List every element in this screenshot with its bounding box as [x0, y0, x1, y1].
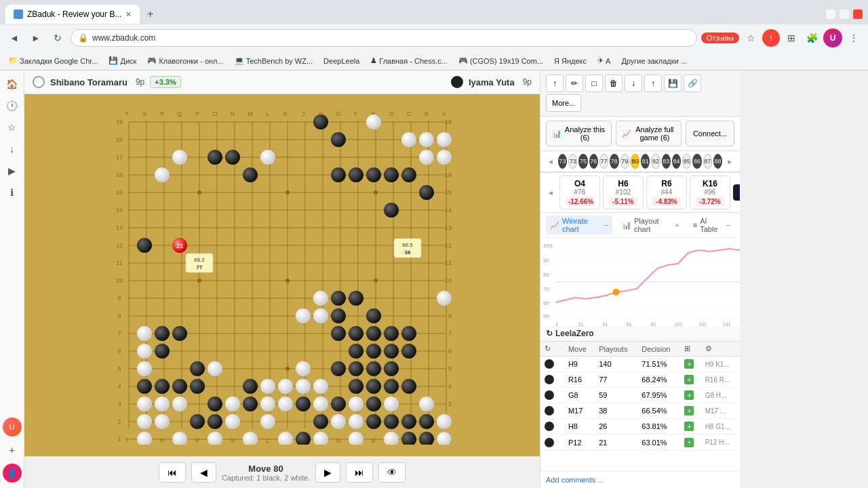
stone-R3[interactable] — [155, 396, 170, 411]
stone-C7[interactable] — [401, 326, 416, 341]
stone-H2[interactable] — [313, 414, 328, 429]
stone-S12[interactable] — [137, 238, 152, 253]
stone-E16[interactable] — [366, 167, 381, 182]
timeline-move-73a[interactable]: 73 — [558, 154, 567, 169]
stone-O2[interactable] — [208, 414, 222, 429]
stone-M16[interactable] — [243, 167, 258, 182]
stone-G7[interactable] — [331, 326, 346, 341]
bad-move-O4[interactable]: O4 #76 -12.66% — [559, 176, 600, 209]
ai-row-2[interactable]: G8 59 67.95% + G8 H... — [540, 388, 740, 403]
stone-S5[interactable] — [137, 361, 152, 376]
go-board-svg[interactable]: T S R Q P O N M L K J H G F E D C — [113, 106, 452, 445]
stone-Q17[interactable] — [172, 150, 187, 165]
col-playouts[interactable]: Playouts — [595, 342, 637, 357]
bookmark-2[interactable]: 💾 Диск — [106, 55, 139, 66]
stone-F5[interactable] — [349, 361, 363, 376]
sidebar-add-icon[interactable]: + — [4, 442, 20, 458]
stone-A9[interactable] — [437, 291, 452, 306]
stone-D16[interactable] — [384, 167, 399, 182]
tool-trash[interactable]: 🗑 — [605, 75, 623, 92]
ai-row-5[interactable]: P12 21 63.01% + P12 H... — [540, 434, 740, 450]
stone-R7[interactable] — [155, 326, 170, 341]
stone-E19[interactable] — [366, 115, 381, 129]
prev-button[interactable]: ◀ — [191, 462, 216, 483]
sidebar-home-icon[interactable]: 🏠 — [4, 76, 20, 92]
stone-S2[interactable] — [137, 414, 152, 429]
bookmark-1[interactable]: 📁 Закладки Google Chr... — [5, 55, 100, 66]
bookmark-9[interactable]: ✈ А — [595, 55, 613, 66]
stone-D14[interactable] — [384, 203, 399, 218]
stone-P4[interactable] — [190, 379, 205, 394]
stone-K4[interactable] — [278, 379, 293, 394]
stone-B18[interactable] — [419, 132, 434, 147]
address-bar[interactable]: 🔒 www.zbaduk.com — [71, 29, 697, 47]
badmoves-left-arrow[interactable]: ◄ — [545, 189, 557, 197]
stone-G18[interactable] — [331, 132, 346, 147]
stone-A2[interactable] — [437, 414, 452, 429]
stone-Q3[interactable] — [172, 396, 187, 411]
timeline-move-84[interactable]: 84 — [672, 154, 681, 169]
ai-row-1[interactable]: R16 77 68.24% + R16 R... — [540, 372, 740, 388]
stone-J8[interactable] — [296, 308, 311, 323]
timeline-right-arrow[interactable]: ► — [724, 158, 736, 165]
bad-move-K16[interactable]: K16 #96 -3.72% — [690, 176, 730, 209]
stone-D6[interactable] — [384, 344, 399, 359]
fastforward-button[interactable]: ⏭ — [346, 462, 373, 483]
timeline-move-77[interactable]: 77 — [599, 154, 608, 169]
stone-E5[interactable] — [366, 361, 381, 376]
stone-H9[interactable] — [313, 291, 328, 306]
stone-L3[interactable] — [260, 396, 275, 411]
expand-icon-5[interactable]: + — [684, 438, 694, 447]
stone-C16[interactable] — [401, 167, 416, 182]
timeline-move-81[interactable]: 81 — [641, 154, 650, 169]
col-decision[interactable]: Decision — [637, 342, 680, 357]
tab-playout-chart[interactable]: 📊 Playout chart + — [618, 216, 684, 235]
tool-download[interactable]: ↓ — [625, 75, 642, 92]
stone-H4[interactable] — [313, 379, 328, 394]
ai-row-0[interactable]: H9 140 71.51% + H9 K1... — [540, 357, 740, 372]
minimize-button[interactable] — [826, 9, 835, 19]
expand-icon-0[interactable]: + — [684, 359, 694, 369]
stone-A18[interactable] — [437, 132, 452, 147]
tab-ai-table[interactable]: ≡ AI Table − — [689, 216, 734, 235]
tool-pencil[interactable]: ✏ — [566, 75, 583, 92]
feedback-button[interactable]: Отзывы — [701, 33, 739, 43]
winrate-chart-minus[interactable]: − — [604, 221, 608, 229]
sidebar-history-icon[interactable]: 🕐 — [4, 98, 20, 114]
eye-button[interactable]: 👁 — [378, 462, 406, 483]
tool-arrow[interactable]: ↑ — [546, 75, 564, 92]
stone-E7[interactable] — [366, 326, 381, 341]
tool-link[interactable]: 🔗 — [684, 75, 701, 92]
apps-icon[interactable]: ⊞ — [783, 29, 800, 47]
stone-B17[interactable] — [419, 150, 434, 165]
stone-D7[interactable] — [384, 326, 399, 341]
expand-icon-3[interactable]: + — [684, 406, 694, 415]
stone-G5[interactable] — [331, 361, 346, 376]
stone-F4[interactable] — [349, 379, 363, 394]
stone-J4[interactable] — [296, 379, 311, 394]
timeline-move-75[interactable]: 75 — [578, 154, 587, 169]
stone-F16[interactable] — [349, 167, 363, 182]
stone-N2[interactable] — [225, 414, 240, 429]
stone-F3[interactable] — [349, 396, 363, 411]
tool-save[interactable]: 💾 — [664, 75, 682, 92]
close-button[interactable] — [853, 9, 863, 19]
stone-O17[interactable] — [208, 150, 222, 165]
bookmark-3[interactable]: 🎮 Клавогонки - онл... — [144, 55, 226, 66]
stone-R16[interactable] — [155, 167, 170, 182]
stone-E3[interactable] — [366, 396, 381, 411]
stone-B2[interactable] — [419, 414, 434, 429]
stone-L2[interactable] — [260, 414, 275, 429]
more-button[interactable]: More... — [546, 94, 581, 112]
stone-K3[interactable] — [278, 396, 293, 411]
stone-C6[interactable] — [401, 344, 416, 359]
stone-R2[interactable] — [155, 414, 170, 429]
stone-C4[interactable] — [401, 379, 416, 394]
stone-S6[interactable] — [137, 344, 152, 359]
connect-button[interactable]: Connect... — [686, 121, 734, 146]
next-button[interactable]: ▶ — [315, 462, 340, 483]
extensions-icon[interactable]: 🧩 — [803, 29, 821, 47]
menu-icon[interactable]: ⋮ — [845, 29, 863, 47]
stone-S3[interactable] — [137, 396, 152, 411]
stone-D2[interactable] — [384, 414, 399, 429]
